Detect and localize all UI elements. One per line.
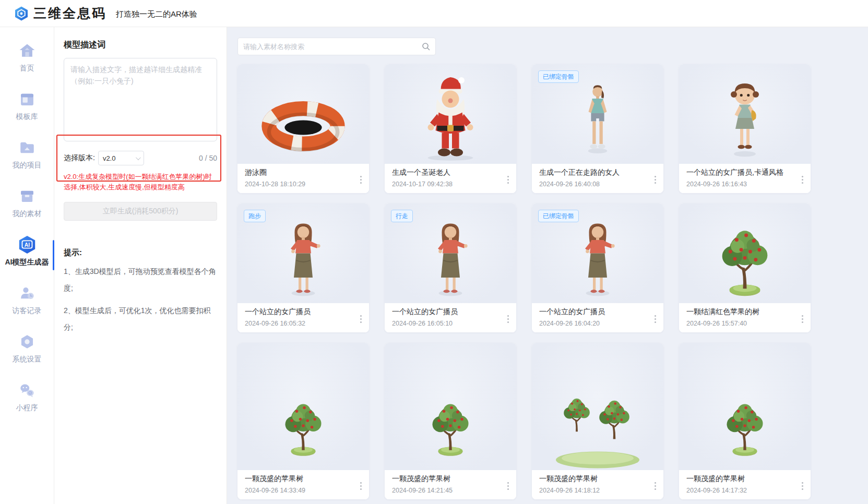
- model-card[interactable]: 一个站立的女广播员,卡通风格 2024-09-26 16:16:43: [679, 64, 811, 193]
- card-timestamp: 2024-09-26 16:05:32: [245, 320, 362, 327]
- version-label: 选择版本:: [64, 153, 95, 163]
- model-render: [561, 69, 634, 164]
- card-menu-button[interactable]: [801, 314, 804, 325]
- version-selected-value: v2.0: [103, 154, 116, 162]
- card-menu-button[interactable]: [359, 481, 363, 491]
- sidebar-item-ai-generator[interactable]: AI AI模型生成器: [0, 235, 54, 283]
- panel-title: 模型描述词: [64, 40, 217, 51]
- card-preview: [679, 343, 811, 470]
- model-card-grid: 游泳圈 2024-10-28 18:10:29: [237, 64, 868, 499]
- card-timestamp: 2024-09-26 16:40:08: [539, 181, 656, 188]
- model-render: [706, 70, 784, 164]
- card-timestamp: 2024-09-26 14:18:12: [539, 487, 656, 494]
- sidebar: 首页 模板库 我的项目 我的素材: [0, 27, 54, 504]
- sidebar-label: 我的项目: [9, 160, 45, 170]
- sidebar-label: 系统设置: [9, 354, 45, 364]
- card-footer: 一颗结满红色苹果的树 2024-09-26 15:57:40: [679, 303, 811, 332]
- card-timestamp: 2024-09-26 14:17:32: [686, 487, 803, 494]
- sidebar-item-system-settings[interactable]: 系统设置: [0, 332, 54, 380]
- model-card[interactable]: 生成一个圣诞老人 2024-10-17 09:42:38: [385, 64, 516, 193]
- model-card[interactable]: 一颗茂盛的苹果树 2024-09-26 14:18:12: [532, 343, 663, 499]
- sidebar-item-my-assets[interactable]: 我的素材: [0, 186, 54, 235]
- card-preview: 已绑定骨骼: [532, 64, 663, 164]
- search-box: [237, 38, 436, 55]
- sidebar-item-home[interactable]: 首页: [0, 41, 54, 89]
- generate-button[interactable]: 立即生成(消耗500积分): [64, 202, 217, 221]
- chevron-down-icon: [136, 155, 141, 160]
- card-menu-button[interactable]: [801, 174, 804, 185]
- card-footer: 一颗茂盛的苹果树 2024-09-26 14:18:12: [532, 470, 663, 499]
- version-note: v2.0:生成复杂模型时(如一颗结满红色苹果的树)时选择,体积较大,生成速度慢,…: [64, 172, 217, 193]
- card-preview: [532, 343, 663, 470]
- search-input[interactable]: [243, 43, 422, 51]
- card-footer: 一个站立的女广播员 2024-09-26 16:05:10: [385, 303, 516, 332]
- model-render: [706, 381, 784, 470]
- model-render: [411, 73, 490, 164]
- sidebar-item-my-projects[interactable]: 我的项目: [0, 138, 54, 186]
- model-card[interactable]: 一颗茂盛的苹果树 2024-09-26 14:21:45: [385, 343, 516, 499]
- sidebar-item-visitor-records[interactable]: 访客记录: [0, 283, 54, 332]
- model-render: [254, 85, 353, 164]
- card-menu-button[interactable]: [359, 174, 363, 185]
- card-preview: [679, 64, 811, 164]
- card-title: 一颗结满红色苹果的树: [686, 307, 803, 317]
- card-timestamp: 2024-09-26 16:04:20: [539, 320, 656, 327]
- card-title: 生成一个圣诞老人: [392, 168, 509, 177]
- card-footer: 游泳圈 2024-10-28 18:10:29: [237, 164, 369, 193]
- card-preview: [237, 343, 369, 470]
- model-render: [264, 381, 342, 470]
- model-card[interactable]: 跑步 一个站立的女广播员 2024-09-26 16:05:32: [237, 203, 369, 332]
- system-settings-icon: [17, 332, 37, 352]
- model-card[interactable]: 一颗结满红色苹果的树 2024-09-26 15:57:40: [679, 203, 811, 332]
- card-badge: 已绑定骨骼: [538, 210, 579, 222]
- card-title: 一颗茂盛的苹果树: [245, 474, 362, 484]
- card-timestamp: 2024-09-26 15:57:40: [686, 320, 803, 327]
- sidebar-item-mini-program[interactable]: 小程序: [0, 380, 54, 429]
- model-render: [264, 209, 342, 303]
- card-footer: 生成一个圣诞老人 2024-10-17 09:42:38: [385, 164, 516, 193]
- card-menu-button[interactable]: [506, 314, 510, 325]
- assets-content: 游泳圈 2024-10-28 18:10:29: [227, 27, 868, 504]
- version-select[interactable]: v2.0: [98, 151, 144, 165]
- model-description-input[interactable]: [64, 58, 217, 141]
- card-timestamp: 2024-10-17 09:42:38: [392, 181, 509, 188]
- card-preview: 跑步: [237, 203, 369, 303]
- card-footer: 一颗茂盛的苹果树 2024-09-26 14:17:32: [679, 470, 811, 499]
- sidebar-label: 访客记录: [9, 306, 45, 315]
- card-badge: 行走: [391, 210, 413, 222]
- card-menu-button[interactable]: [653, 174, 657, 185]
- brand-logo-icon: [14, 6, 29, 21]
- tip-line: 2、模型生成后，可优化1次，优化也需要扣积分;: [64, 302, 217, 335]
- card-title: 游泳圈: [245, 168, 362, 177]
- card-menu-button[interactable]: [506, 174, 510, 185]
- card-menu-button[interactable]: [801, 481, 804, 491]
- my-projects-icon: [17, 138, 37, 158]
- model-card[interactable]: 游泳圈 2024-10-28 18:10:29: [237, 64, 369, 193]
- card-menu-button[interactable]: [653, 314, 657, 325]
- card-title: 一个站立的女广播员: [539, 307, 656, 317]
- sidebar-label: 小程序: [13, 403, 41, 412]
- version-row: 选择版本: v2.0 0 / 50: [64, 151, 217, 165]
- card-timestamp: 2024-10-28 18:10:29: [245, 181, 362, 188]
- search-icon[interactable]: [422, 42, 430, 51]
- sidebar-label: 模板库: [13, 112, 41, 121]
- card-footer: 一颗茂盛的苹果树 2024-09-26 14:21:45: [385, 470, 516, 499]
- card-menu-button[interactable]: [506, 481, 510, 491]
- model-card[interactable]: 已绑定骨骼 生成一个正在走路的女人 2024-09-26 16:40:08: [532, 64, 663, 193]
- app-header: 三维全息码 打造独一无二的AR体验: [0, 0, 868, 27]
- sidebar-label: 首页: [17, 63, 38, 73]
- card-timestamp: 2024-09-26 14:21:45: [392, 487, 509, 494]
- card-timestamp: 2024-09-26 14:33:49: [245, 487, 362, 494]
- model-card[interactable]: 已绑定骨骼 一个站立的女广播员 2024-09-26 16:04:20: [532, 203, 663, 332]
- card-preview: 行走: [385, 203, 516, 303]
- model-card[interactable]: 行走 一个站立的女广播员 2024-09-26 16:05:10: [385, 203, 516, 332]
- model-card[interactable]: 一颗茂盛的苹果树 2024-09-26 14:17:32: [679, 343, 811, 499]
- card-title: 一颗茂盛的苹果树: [392, 474, 509, 484]
- model-card[interactable]: 一颗茂盛的苹果树 2024-09-26 14:33:49: [237, 343, 369, 499]
- card-menu-button[interactable]: [653, 481, 657, 491]
- model-render: [700, 203, 789, 303]
- template-library-icon: [17, 89, 37, 109]
- sidebar-item-template-library[interactable]: 模板库: [0, 89, 54, 138]
- mini-program-icon: [17, 380, 37, 400]
- card-menu-button[interactable]: [359, 314, 363, 325]
